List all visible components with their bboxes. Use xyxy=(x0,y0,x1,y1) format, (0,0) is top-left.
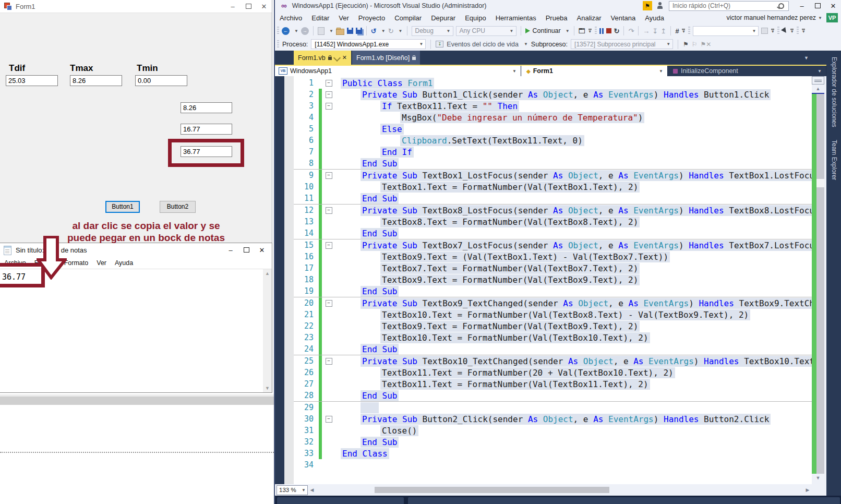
collapse-region-icon[interactable]: − xyxy=(326,416,332,423)
hscroll-thumb[interactable] xyxy=(375,487,609,493)
code-text[interactable]: Private Sub TextBox7_LostFocus(sender As… xyxy=(335,240,812,251)
vs-menu-compilar[interactable]: Compilar xyxy=(390,14,426,22)
code-text[interactable]: Private Sub TextBox9_TextChanged(sender … xyxy=(335,298,812,309)
code-line-16[interactable]: 16TextBox9.Text = (Val(TextBox1.Text) - … xyxy=(294,251,812,262)
tab-list-dropdown-icon[interactable]: ▼ xyxy=(804,55,809,61)
new-item-dropdown-icon[interactable]: ▼ xyxy=(329,29,333,33)
vs-minimize-button[interactable]: – xyxy=(794,2,810,10)
form1-titlebar[interactable]: Form1 – ✕ xyxy=(0,0,272,13)
text-overflow-icon[interactable]: ▼ xyxy=(771,29,775,33)
code-line-21[interactable]: 21TextBox10.Text = FormatNumber(Val(Text… xyxy=(294,309,812,320)
scroll-up-icon[interactable]: ▲ xyxy=(812,85,824,93)
code-text[interactable]: End If xyxy=(335,147,812,158)
code-line-17[interactable]: 17TextBox7.Text = FormatNumber(Val(TextB… xyxy=(294,262,812,274)
debug-overflow-icon[interactable]: ▼ xyxy=(681,29,686,33)
notepad-scroll-down-icon[interactable]: ▼ xyxy=(263,384,272,392)
code-text[interactable]: Close() xyxy=(335,425,812,436)
code-line-29[interactable]: 29 xyxy=(294,401,812,413)
collapse-region-icon[interactable]: − xyxy=(326,358,332,365)
continue-dropdown-icon[interactable]: ▼ xyxy=(566,29,570,33)
flag-outline-icon[interactable]: ⚐ xyxy=(692,41,698,48)
editor-vscrollbar[interactable]: ▲ ▼ xyxy=(812,76,824,484)
process-select[interactable]: [11452] WindowsApp1.exe▼ xyxy=(311,39,426,49)
method-dropdown[interactable]: InitializeComponent ▼ xyxy=(668,66,826,76)
code-text[interactable]: End Sub xyxy=(335,286,812,297)
splitter-handle[interactable] xyxy=(812,76,824,85)
code-text[interactable]: TextBox9.Text = (Val(TextBox1.Text) - Va… xyxy=(335,251,812,262)
stop-debugging-icon[interactable] xyxy=(606,28,611,33)
vs-menu-equipo[interactable]: Equipo xyxy=(460,14,490,22)
collapse-region-icon[interactable]: − xyxy=(326,300,332,307)
code-line-14[interactable]: 14End Sub xyxy=(294,227,812,239)
notepad-close-button[interactable]: ✕ xyxy=(254,246,270,254)
undo-dropdown-icon[interactable]: ▼ xyxy=(381,29,386,33)
code-line-7[interactable]: 7End If xyxy=(294,146,812,158)
bottom-panel-left[interactable] xyxy=(277,497,404,504)
code-text[interactable]: Private Sub TextBox1_LostFocus(sender As… xyxy=(335,170,812,181)
code-line-33[interactable]: 33End Class xyxy=(294,448,812,459)
select-pointer-icon[interactable] xyxy=(781,27,788,34)
notepad-scroll-up-icon[interactable]: ▲ xyxy=(263,269,272,278)
quick-launch-input[interactable]: Inicio rápido (Ctrl+Q) xyxy=(669,1,789,11)
code-text[interactable]: End Sub xyxy=(335,158,812,169)
code-text[interactable]: TextBox8.Text = FormatNumber(Val(TextBox… xyxy=(335,217,812,227)
scroll-thumb[interactable] xyxy=(816,179,824,187)
form1-minimize-button[interactable]: – xyxy=(225,3,241,10)
restart-icon[interactable]: ↻ xyxy=(614,27,620,35)
code-text[interactable]: Public Class Form1 xyxy=(335,78,812,89)
toolbar-overflow-icon[interactable]: ▼ xyxy=(588,29,592,33)
code-line-25[interactable]: 25−Private Sub TextBox10_TextChanged(sen… xyxy=(294,355,812,367)
code-line-34[interactable]: 34 xyxy=(294,459,812,471)
navigate-back-icon[interactable]: ← xyxy=(282,27,290,35)
textbox-tmax[interactable]: 8.26 xyxy=(70,75,122,86)
code-line-1[interactable]: 1−Public Class Form1 xyxy=(294,77,812,89)
scroll-down-icon[interactable]: ▼ xyxy=(812,474,824,482)
tab-solution-explorer[interactable]: Explorador de soluciones xyxy=(831,51,838,134)
continue-button[interactable]: Continuar xyxy=(533,27,561,34)
form1-maximize-button[interactable] xyxy=(241,3,256,10)
end-overflow-icon[interactable]: ▼ xyxy=(801,29,806,33)
code-line-22[interactable]: 22TextBox9.Text = FormatNumber(Val(TextB… xyxy=(294,320,812,332)
code-line-18[interactable]: 18TextBox9.Text = FormatNumber(Val(TextB… xyxy=(294,274,812,285)
code-line-2[interactable]: 2−Private Sub Button1_Click(sender As Ob… xyxy=(294,89,812,100)
code-line-4[interactable]: 4MsgBox("Debe ingresar un número de Temp… xyxy=(294,112,812,123)
collapse-region-icon[interactable]: − xyxy=(326,242,332,249)
open-file-icon[interactable] xyxy=(336,29,344,35)
code-text[interactable]: TextBox7.Text = FormatNumber(Val(TextBox… xyxy=(335,263,812,274)
code-line-10[interactable]: 10TextBox1.Text = FormatNumber(Val(TextB… xyxy=(294,181,812,193)
close-icon[interactable]: ✕ xyxy=(342,54,347,61)
class-dropdown[interactable]: ◆ Form1 ▼ xyxy=(521,66,668,76)
code-line-11[interactable]: 11End Sub xyxy=(294,193,812,204)
code-text[interactable]: TextBox10.Text = FormatNumber(Val(TextBo… xyxy=(335,309,812,320)
code-line-24[interactable]: 24End Sub xyxy=(294,343,812,355)
back-dropdown-icon[interactable]: ▼ xyxy=(294,29,298,33)
platform-select[interactable]: Any CPU▼ xyxy=(456,26,516,36)
vs-menu-editar[interactable]: Editar xyxy=(307,14,334,22)
code-line-9[interactable]: 9−Private Sub TextBox1_LostFocus(sender … xyxy=(294,169,812,181)
code-text[interactable]: End Sub xyxy=(335,437,812,448)
vs-menu-ver[interactable]: Ver xyxy=(334,14,354,22)
feedback-flag-icon[interactable]: ⚑ xyxy=(643,1,652,10)
code-line-27[interactable]: 27TextBox11.Text = FormatNumber(Val(Text… xyxy=(294,378,812,390)
debug-configuration-select[interactable]: Debug▼ xyxy=(412,26,453,36)
vs-menu-herramientas[interactable]: Herramientas xyxy=(491,14,541,22)
project-dropdown[interactable]: VB WindowsApp1 ▼ xyxy=(275,66,521,76)
redo-dropdown-icon[interactable]: ▼ xyxy=(399,29,403,33)
notepad-menu-ayuda[interactable]: Ayuda xyxy=(111,259,137,267)
code-text[interactable]: End Sub xyxy=(335,228,812,239)
lifecycle-events-button[interactable]: Eventos del ciclo de vida xyxy=(447,41,519,48)
collapse-region-icon[interactable]: − xyxy=(326,91,332,98)
code-text[interactable]: MsgBox("Debe ingresar un número de Tempe… xyxy=(335,112,812,123)
collapse-region-icon[interactable]: − xyxy=(326,103,332,110)
avatar[interactable]: VP xyxy=(826,13,838,22)
breakpoints-icon[interactable]: # xyxy=(675,27,679,35)
next-statement-icon[interactable]: ↷ xyxy=(628,27,634,35)
code-text[interactable]: End Sub xyxy=(335,344,812,355)
code-line-3[interactable]: 3−If TextBox11.Text = "" Then xyxy=(294,100,812,112)
flag-filter-icon[interactable]: ⚑ xyxy=(683,41,689,48)
subprocess-select[interactable]: [13572] Subproceso principal▼ xyxy=(571,39,673,49)
vs-titlebar[interactable]: ∞ WindowsApp1 (Ejecución) - Microsoft Vi… xyxy=(275,0,841,11)
textbox-stack-1[interactable]: 8.26 xyxy=(181,102,232,113)
code-text[interactable]: Clipboard.SetText(TextBox11.Text, 0) xyxy=(335,135,812,146)
vs-menu-ventana[interactable]: Ventana xyxy=(606,14,641,22)
